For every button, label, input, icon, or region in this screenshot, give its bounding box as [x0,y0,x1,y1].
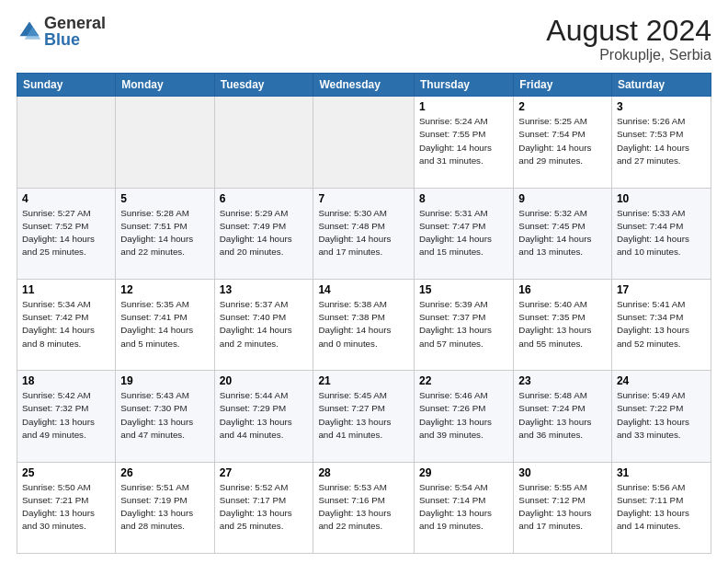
weekday-saturday: Saturday [611,74,711,97]
day-info: Sunrise: 5:55 AM Sunset: 7:12 PM Dayligh… [518,481,607,534]
logo-icon [17,18,42,44]
day-number: 2 [518,100,607,113]
calendar-cell: 9Sunrise: 5:32 AM Sunset: 7:45 PM Daylig… [514,188,612,279]
day-info: Sunrise: 5:43 AM Sunset: 7:30 PM Dayligh… [120,389,209,442]
day-info: Sunrise: 5:28 AM Sunset: 7:51 PM Dayligh… [120,207,209,259]
weekday-header-row: Sunday Monday Tuesday Wednesday Thursday… [17,74,711,97]
calendar-cell [116,97,214,188]
calendar-cell: 28Sunrise: 5:53 AM Sunset: 7:16 PM Dayli… [313,462,415,553]
day-number: 24 [617,374,706,387]
day-info: Sunrise: 5:35 AM Sunset: 7:41 PM Dayligh… [120,298,209,350]
day-number: 4 [22,192,110,205]
calendar-cell: 22Sunrise: 5:46 AM Sunset: 7:26 PM Dayli… [415,371,514,462]
day-number: 10 [617,192,706,205]
day-info: Sunrise: 5:50 AM Sunset: 7:21 PM Dayligh… [22,481,110,534]
day-number: 7 [318,192,409,205]
day-number: 11 [22,283,110,296]
day-number: 1 [419,100,508,113]
calendar-cell: 19Sunrise: 5:43 AM Sunset: 7:30 PM Dayli… [116,371,214,462]
calendar-cell: 13Sunrise: 5:37 AM Sunset: 7:40 PM Dayli… [214,279,313,370]
calendar-cell: 23Sunrise: 5:48 AM Sunset: 7:24 PM Dayli… [514,371,612,462]
calendar-cell: 7Sunrise: 5:30 AM Sunset: 7:48 PM Daylig… [313,188,415,279]
calendar-cell: 6Sunrise: 5:29 AM Sunset: 7:49 PM Daylig… [214,188,313,279]
calendar-cell: 5Sunrise: 5:28 AM Sunset: 7:51 PM Daylig… [116,188,214,279]
calendar-cell: 27Sunrise: 5:52 AM Sunset: 7:17 PM Dayli… [214,462,313,553]
weekday-thursday: Thursday [415,74,514,97]
day-number: 21 [318,374,409,387]
day-info: Sunrise: 5:45 AM Sunset: 7:27 PM Dayligh… [318,389,409,442]
day-info: Sunrise: 5:34 AM Sunset: 7:42 PM Dayligh… [22,298,110,350]
day-info: Sunrise: 5:41 AM Sunset: 7:34 PM Dayligh… [617,298,706,350]
day-number: 9 [518,192,607,205]
day-info: Sunrise: 5:31 AM Sunset: 7:47 PM Dayligh… [419,207,508,259]
title-block: August 2024 Prokuplje, Serbia [546,15,711,63]
header: General Blue August 2024 Prokuplje, Serb… [17,15,711,63]
day-info: Sunrise: 5:56 AM Sunset: 7:11 PM Dayligh… [617,481,706,534]
calendar-cell: 18Sunrise: 5:42 AM Sunset: 7:32 PM Dayli… [17,371,116,462]
day-number: 18 [22,374,110,387]
day-number: 15 [419,283,508,296]
calendar-cell: 15Sunrise: 5:39 AM Sunset: 7:37 PM Dayli… [415,279,514,370]
logo: General Blue [17,15,106,48]
calendar-week-2: 11Sunrise: 5:34 AM Sunset: 7:42 PM Dayli… [17,279,711,370]
day-info: Sunrise: 5:25 AM Sunset: 7:54 PM Dayligh… [518,115,607,167]
day-info: Sunrise: 5:48 AM Sunset: 7:24 PM Dayligh… [518,389,607,442]
calendar-cell: 17Sunrise: 5:41 AM Sunset: 7:34 PM Dayli… [611,279,711,370]
day-info: Sunrise: 5:39 AM Sunset: 7:37 PM Dayligh… [419,298,508,350]
calendar-table: Sunday Monday Tuesday Wednesday Thursday… [17,73,711,554]
day-info: Sunrise: 5:44 AM Sunset: 7:29 PM Dayligh… [220,389,309,442]
day-number: 25 [22,466,110,479]
day-info: Sunrise: 5:33 AM Sunset: 7:44 PM Dayligh… [617,207,706,259]
calendar-cell: 20Sunrise: 5:44 AM Sunset: 7:29 PM Dayli… [214,371,313,462]
calendar-cell: 31Sunrise: 5:56 AM Sunset: 7:11 PM Dayli… [611,462,711,553]
logo-blue-text: Blue [44,31,106,48]
calendar-cell: 1Sunrise: 5:24 AM Sunset: 7:55 PM Daylig… [415,97,514,188]
calendar-cell: 21Sunrise: 5:45 AM Sunset: 7:27 PM Dayli… [313,371,415,462]
day-number: 17 [617,283,706,296]
day-number: 27 [220,466,309,479]
day-info: Sunrise: 5:32 AM Sunset: 7:45 PM Dayligh… [518,207,607,259]
day-number: 23 [518,374,607,387]
day-info: Sunrise: 5:52 AM Sunset: 7:17 PM Dayligh… [220,481,309,534]
day-info: Sunrise: 5:40 AM Sunset: 7:35 PM Dayligh… [518,298,607,350]
day-info: Sunrise: 5:29 AM Sunset: 7:49 PM Dayligh… [220,207,309,259]
calendar-week-0: 1Sunrise: 5:24 AM Sunset: 7:55 PM Daylig… [17,97,711,188]
calendar-cell [17,97,116,188]
calendar-cell: 30Sunrise: 5:55 AM Sunset: 7:12 PM Dayli… [514,462,612,553]
calendar-cell: 25Sunrise: 5:50 AM Sunset: 7:21 PM Dayli… [17,462,116,553]
calendar-cell: 26Sunrise: 5:51 AM Sunset: 7:19 PM Dayli… [116,462,214,553]
day-number: 8 [419,192,508,205]
day-info: Sunrise: 5:37 AM Sunset: 7:40 PM Dayligh… [220,298,309,350]
calendar-cell: 12Sunrise: 5:35 AM Sunset: 7:41 PM Dayli… [116,279,214,370]
calendar-cell: 4Sunrise: 5:27 AM Sunset: 7:52 PM Daylig… [17,188,116,279]
calendar-cell [214,97,313,188]
day-info: Sunrise: 5:26 AM Sunset: 7:53 PM Dayligh… [617,115,706,167]
day-info: Sunrise: 5:24 AM Sunset: 7:55 PM Dayligh… [419,115,508,167]
calendar-cell [313,97,415,188]
day-info: Sunrise: 5:30 AM Sunset: 7:48 PM Dayligh… [318,207,409,259]
day-number: 29 [419,466,508,479]
weekday-monday: Monday [116,74,214,97]
day-number: 30 [518,466,607,479]
day-number: 3 [617,100,706,113]
calendar-week-1: 4Sunrise: 5:27 AM Sunset: 7:52 PM Daylig… [17,188,711,279]
calendar-cell: 29Sunrise: 5:54 AM Sunset: 7:14 PM Dayli… [415,462,514,553]
calendar-cell: 10Sunrise: 5:33 AM Sunset: 7:44 PM Dayli… [611,188,711,279]
day-info: Sunrise: 5:38 AM Sunset: 7:38 PM Dayligh… [318,298,409,350]
calendar-cell: 3Sunrise: 5:26 AM Sunset: 7:53 PM Daylig… [611,97,711,188]
logo-text: General Blue [44,15,106,48]
day-info: Sunrise: 5:51 AM Sunset: 7:19 PM Dayligh… [120,481,209,534]
day-info: Sunrise: 5:46 AM Sunset: 7:26 PM Dayligh… [419,389,508,442]
calendar-cell: 14Sunrise: 5:38 AM Sunset: 7:38 PM Dayli… [313,279,415,370]
calendar-cell: 8Sunrise: 5:31 AM Sunset: 7:47 PM Daylig… [415,188,514,279]
day-number: 20 [220,374,309,387]
location-title: Prokuplje, Serbia [546,47,711,63]
weekday-sunday: Sunday [17,74,116,97]
day-number: 16 [518,283,607,296]
weekday-wednesday: Wednesday [313,74,415,97]
day-number: 19 [120,374,209,387]
calendar-week-3: 18Sunrise: 5:42 AM Sunset: 7:32 PM Dayli… [17,371,711,462]
calendar-cell: 11Sunrise: 5:34 AM Sunset: 7:42 PM Dayli… [17,279,116,370]
day-number: 31 [617,466,706,479]
calendar-cell: 16Sunrise: 5:40 AM Sunset: 7:35 PM Dayli… [514,279,612,370]
